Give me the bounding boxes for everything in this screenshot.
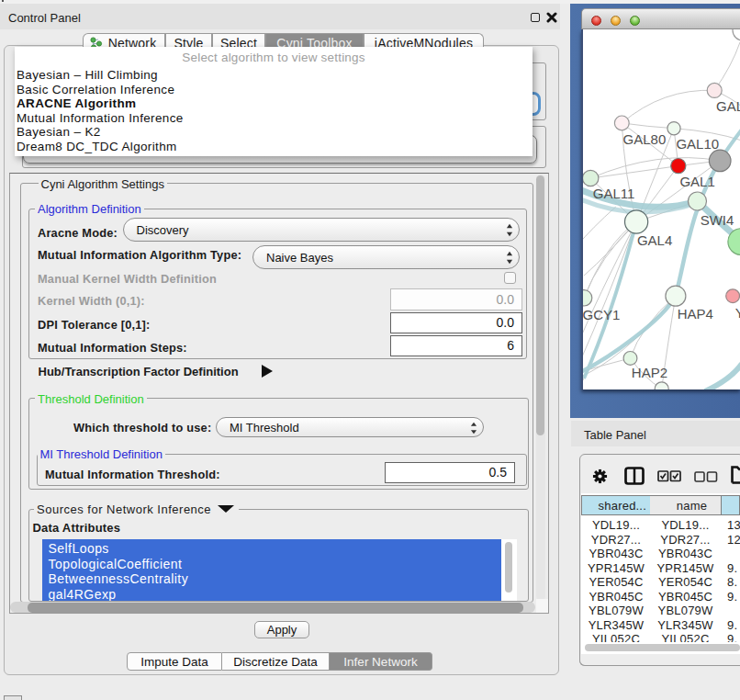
svg-text:GAL: GAL: [716, 98, 740, 114]
svg-text:GAL1: GAL1: [679, 174, 714, 189]
svg-text:Y: Y: [735, 305, 740, 321]
svg-text:GCY1: GCY1: [583, 307, 620, 322]
svg-text:SWI4: SWI4: [701, 212, 734, 228]
svg-text:HAP2: HAP2: [632, 365, 667, 380]
svg-text:HAP4: HAP4: [678, 306, 713, 322]
svg-text:GAL4: GAL4: [637, 232, 672, 248]
svg-text:GAL10: GAL10: [676, 136, 719, 152]
svg-text:GAL11: GAL11: [593, 186, 635, 201]
svg-text:GAL80: GAL80: [623, 131, 667, 147]
